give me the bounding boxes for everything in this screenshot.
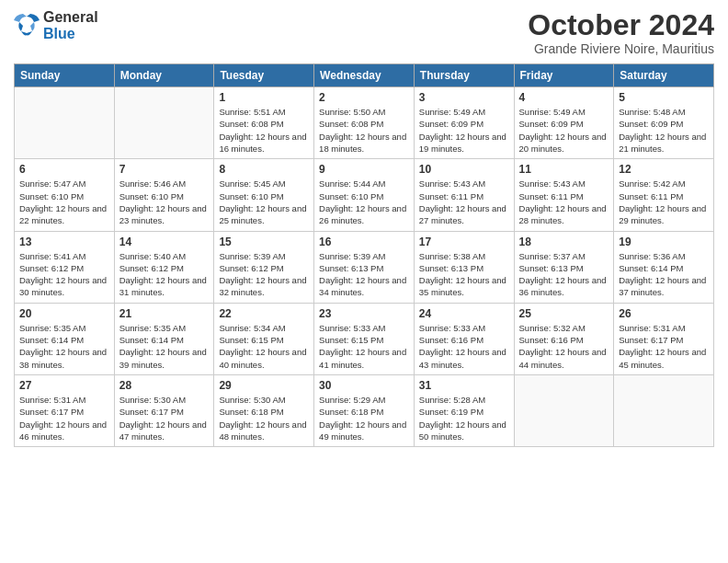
table-row: 25Sunrise: 5:32 AM Sunset: 6:16 PM Dayli… [514, 303, 614, 374]
day-number: 18 [519, 236, 609, 248]
day-number: 9 [319, 163, 409, 176]
cell-info: Sunrise: 5:47 AM Sunset: 6:10 PM Dayligh… [19, 178, 109, 226]
calendar-week-row: 20Sunrise: 5:35 AM Sunset: 6:14 PM Dayli… [15, 303, 714, 374]
table-row: 9Sunrise: 5:44 AM Sunset: 6:10 PM Daylig… [314, 159, 415, 231]
table-row: 17Sunrise: 5:38 AM Sunset: 6:13 PM Dayli… [414, 231, 514, 303]
table-row: 1Sunrise: 5:51 AM Sunset: 6:08 PM Daylig… [214, 87, 314, 159]
day-number: 5 [619, 91, 709, 104]
cell-info: Sunrise: 5:49 AM Sunset: 6:09 PM Dayligh… [419, 106, 509, 155]
table-row [614, 374, 714, 446]
cell-info: Sunrise: 5:44 AM Sunset: 6:10 PM Dayligh… [319, 178, 409, 226]
calendar-header-row: Sunday Monday Tuesday Wednesday Thursday… [15, 64, 714, 87]
table-row: 27Sunrise: 5:31 AM Sunset: 6:17 PM Dayli… [15, 374, 115, 446]
col-saturday: Saturday [614, 64, 714, 87]
table-row: 20Sunrise: 5:35 AM Sunset: 6:14 PM Dayli… [15, 303, 115, 374]
cell-info: Sunrise: 5:45 AM Sunset: 6:10 PM Dayligh… [219, 178, 309, 226]
table-row: 11Sunrise: 5:43 AM Sunset: 6:11 PM Dayli… [514, 159, 614, 231]
table-row: 19Sunrise: 5:36 AM Sunset: 6:14 PM Dayli… [614, 231, 714, 303]
cell-info: Sunrise: 5:40 AM Sunset: 6:12 PM Dayligh… [119, 250, 210, 299]
col-friday: Friday [514, 64, 614, 87]
table-row: 3Sunrise: 5:49 AM Sunset: 6:09 PM Daylig… [414, 87, 514, 159]
cell-info: Sunrise: 5:41 AM Sunset: 6:12 PM Dayligh… [19, 250, 109, 299]
table-row: 21Sunrise: 5:35 AM Sunset: 6:14 PM Dayli… [114, 303, 214, 374]
table-row [114, 87, 214, 159]
day-number: 7 [119, 163, 210, 176]
table-row: 30Sunrise: 5:29 AM Sunset: 6:18 PM Dayli… [314, 374, 415, 446]
logo-general: General [43, 9, 98, 26]
col-thursday: Thursday [414, 64, 514, 87]
day-number: 4 [519, 91, 609, 104]
logo-blue: Blue [43, 26, 98, 42]
table-row: 18Sunrise: 5:37 AM Sunset: 6:13 PM Dayli… [514, 231, 614, 303]
calendar-table: Sunday Monday Tuesday Wednesday Thursday… [14, 63, 714, 447]
table-row: 5Sunrise: 5:48 AM Sunset: 6:09 PM Daylig… [614, 87, 714, 159]
table-row: 28Sunrise: 5:30 AM Sunset: 6:17 PM Dayli… [114, 374, 214, 446]
cell-info: Sunrise: 5:46 AM Sunset: 6:10 PM Dayligh… [119, 178, 210, 226]
cell-info: Sunrise: 5:42 AM Sunset: 6:11 PM Dayligh… [619, 178, 709, 226]
cell-info: Sunrise: 5:28 AM Sunset: 6:19 PM Dayligh… [419, 394, 509, 442]
day-number: 17 [419, 236, 509, 248]
table-row [514, 374, 614, 446]
cell-info: Sunrise: 5:37 AM Sunset: 6:13 PM Dayligh… [519, 250, 609, 299]
cell-info: Sunrise: 5:32 AM Sunset: 6:16 PM Dayligh… [519, 322, 609, 371]
table-row [15, 87, 115, 159]
table-row: 26Sunrise: 5:31 AM Sunset: 6:17 PM Dayli… [614, 303, 714, 374]
day-number: 3 [419, 91, 509, 104]
table-row: 12Sunrise: 5:42 AM Sunset: 6:11 PM Dayli… [614, 159, 714, 231]
table-row: 29Sunrise: 5:30 AM Sunset: 6:18 PM Dayli… [214, 374, 314, 446]
logo-text: General Blue [43, 9, 98, 41]
day-number: 26 [619, 307, 709, 320]
day-number: 12 [619, 163, 709, 176]
cell-info: Sunrise: 5:31 AM Sunset: 6:17 PM Dayligh… [619, 322, 709, 371]
day-number: 25 [519, 307, 609, 320]
title-block: October 2024 Grande Riviere Noire, Mauri… [528, 9, 714, 56]
page: General Blue October 2024 Grande Riviere… [0, 0, 728, 563]
header: General Blue October 2024 Grande Riviere… [14, 9, 714, 56]
cell-info: Sunrise: 5:48 AM Sunset: 6:09 PM Dayligh… [619, 106, 709, 155]
day-number: 31 [419, 379, 509, 392]
day-number: 19 [619, 236, 709, 248]
calendar-week-row: 13Sunrise: 5:41 AM Sunset: 6:12 PM Dayli… [15, 231, 714, 303]
location: Grande Riviere Noire, Mauritius [528, 41, 714, 56]
cell-info: Sunrise: 5:43 AM Sunset: 6:11 PM Dayligh… [419, 178, 509, 226]
day-number: 23 [319, 307, 409, 320]
table-row: 4Sunrise: 5:49 AM Sunset: 6:09 PM Daylig… [514, 87, 614, 159]
table-row: 7Sunrise: 5:46 AM Sunset: 6:10 PM Daylig… [114, 159, 214, 231]
cell-info: Sunrise: 5:29 AM Sunset: 6:18 PM Dayligh… [319, 394, 409, 442]
col-sunday: Sunday [15, 64, 115, 87]
day-number: 8 [219, 163, 309, 176]
table-row: 24Sunrise: 5:33 AM Sunset: 6:16 PM Dayli… [414, 303, 514, 374]
col-monday: Monday [114, 64, 214, 87]
cell-info: Sunrise: 5:30 AM Sunset: 6:17 PM Dayligh… [119, 394, 210, 442]
day-number: 13 [19, 236, 109, 248]
table-row: 2Sunrise: 5:50 AM Sunset: 6:08 PM Daylig… [314, 87, 415, 159]
day-number: 1 [219, 91, 309, 104]
table-row: 14Sunrise: 5:40 AM Sunset: 6:12 PM Dayli… [114, 231, 214, 303]
cell-info: Sunrise: 5:35 AM Sunset: 6:14 PM Dayligh… [119, 322, 210, 371]
calendar-week-row: 27Sunrise: 5:31 AM Sunset: 6:17 PM Dayli… [15, 374, 714, 446]
cell-info: Sunrise: 5:38 AM Sunset: 6:13 PM Dayligh… [419, 250, 509, 299]
cell-info: Sunrise: 5:33 AM Sunset: 6:15 PM Dayligh… [319, 322, 409, 371]
cell-info: Sunrise: 5:50 AM Sunset: 6:08 PM Dayligh… [319, 106, 409, 155]
cell-info: Sunrise: 5:51 AM Sunset: 6:08 PM Dayligh… [219, 106, 309, 155]
table-row: 31Sunrise: 5:28 AM Sunset: 6:19 PM Dayli… [414, 374, 514, 446]
table-row: 23Sunrise: 5:33 AM Sunset: 6:15 PM Dayli… [314, 303, 415, 374]
day-number: 27 [19, 379, 109, 392]
day-number: 30 [319, 379, 409, 392]
table-row: 6Sunrise: 5:47 AM Sunset: 6:10 PM Daylig… [15, 159, 115, 231]
day-number: 14 [119, 236, 210, 248]
day-number: 29 [219, 379, 309, 392]
cell-info: Sunrise: 5:35 AM Sunset: 6:14 PM Dayligh… [19, 322, 109, 371]
day-number: 2 [319, 91, 409, 104]
cell-info: Sunrise: 5:30 AM Sunset: 6:18 PM Dayligh… [219, 394, 309, 442]
logo: General Blue [14, 9, 98, 41]
day-number: 15 [219, 236, 309, 248]
cell-info: Sunrise: 5:39 AM Sunset: 6:12 PM Dayligh… [219, 250, 309, 299]
day-number: 11 [519, 163, 609, 176]
cell-info: Sunrise: 5:39 AM Sunset: 6:13 PM Dayligh… [319, 250, 409, 299]
col-wednesday: Wednesday [314, 64, 415, 87]
calendar-week-row: 6Sunrise: 5:47 AM Sunset: 6:10 PM Daylig… [15, 159, 714, 231]
calendar-week-row: 1Sunrise: 5:51 AM Sunset: 6:08 PM Daylig… [15, 87, 714, 159]
col-tuesday: Tuesday [214, 64, 314, 87]
day-number: 6 [19, 163, 109, 176]
